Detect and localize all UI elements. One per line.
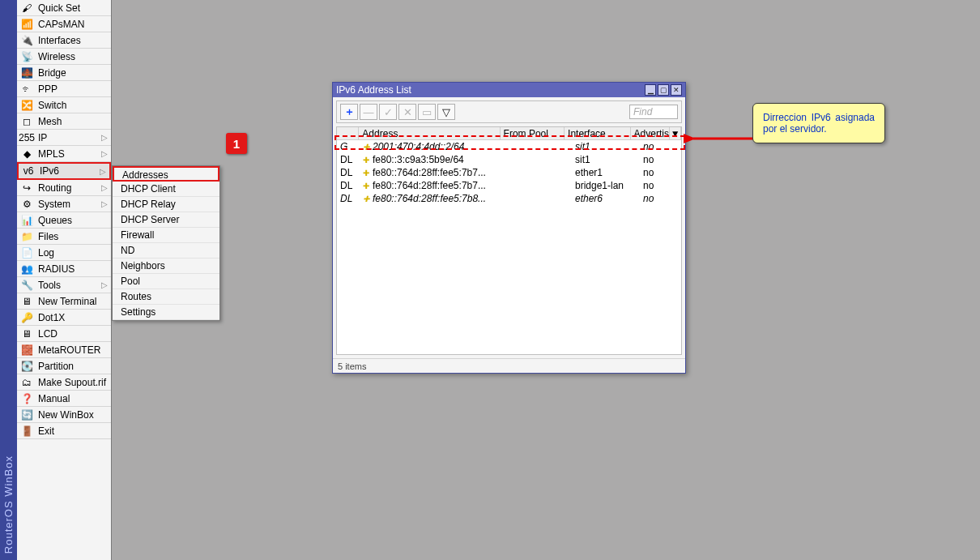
cell-address: fe80::764d:28ff:fee5:7b7... [360, 166, 505, 179]
sidebar: 🖌Quick Set📶CAPsMAN🔌Interfaces📡Wireless🌉B… [17, 0, 112, 560]
sidebar-label: Mesh [38, 116, 62, 127]
submenu-item-dhcp-relay[interactable]: DHCP Relay [113, 197, 219, 212]
sidebar-item-make-supout.rif[interactable]: 🗂Make Supout.rif [17, 374, 111, 391]
sidebar-label: Make Supout.rif [38, 377, 106, 388]
window-title: IPv6 Address List [336, 84, 411, 96]
sidebar-item-ipv6[interactable]: v6IPv6▷ [17, 162, 111, 180]
table-row[interactable]: DLfe80::764d:28ff:fee5:7b7...bridge1-lan… [337, 179, 681, 192]
sidebar-item-interfaces[interactable]: 🔌Interfaces [17, 32, 111, 49]
grid-header[interactable]: Address From Pool Interface Advertise ▼ [337, 127, 681, 140]
enable-button[interactable]: ✓ [379, 104, 397, 120]
sidebar-icon: 📡 [20, 50, 33, 63]
sidebar-item-mesh[interactable]: ◻Mesh [17, 113, 111, 130]
sidebar-icon: ↪ [20, 182, 33, 195]
comment-button[interactable]: ▭ [418, 104, 436, 120]
sidebar-item-radius[interactable]: 👥RADIUS [17, 261, 111, 277]
col-advertise[interactable]: Advertise [631, 127, 671, 140]
sidebar-item-queues[interactable]: 📊Queues [17, 212, 111, 229]
cell-address: fe80::3:c9a3:5b9e/64 [360, 153, 505, 166]
table-row[interactable]: DLfe80::764d:28ff:fee5:7b7...ether1no [337, 166, 681, 179]
maximize-button[interactable]: ▢ [658, 84, 669, 96]
sidebar-item-routing[interactable]: ↪Routing▷ [17, 180, 111, 196]
cell-interface: bridge1-lan [572, 179, 640, 192]
chevron-right-icon: ▷ [101, 133, 108, 142]
sidebar-icon: 📊 [20, 214, 33, 227]
sidebar-item-partition[interactable]: 💽Partition [17, 358, 111, 374]
sidebar-item-manual[interactable]: ❓Manual [17, 391, 111, 407]
sidebar-label: Exit [38, 425, 54, 437]
sidebar-item-quick-set[interactable]: 🖌Quick Set [17, 0, 111, 16]
sidebar-item-files[interactable]: 📁Files [17, 229, 111, 245]
annotation-badge-1: 1 [226, 133, 247, 154]
add-button[interactable]: ＋ [340, 104, 358, 120]
submenu-item-nd[interactable]: ND [113, 243, 219, 259]
table-row[interactable]: DLfe80::764d:28ff:fee5:7b8...ether6no [337, 192, 681, 205]
sidebar-label: Manual [38, 393, 70, 404]
window-titlebar[interactable]: IPv6 Address List ▁ ▢ ✕ [333, 83, 685, 97]
col-from-pool[interactable]: From Pool [501, 127, 565, 140]
sidebar-label: MetaROUTER [38, 344, 100, 356]
submenu-item-neighbors[interactable]: Neighbors [113, 259, 219, 274]
sidebar-label: Routing [38, 182, 71, 194]
sidebar-item-switch[interactable]: 🔀Switch [17, 97, 111, 113]
submenu-item-pool[interactable]: Pool [113, 274, 219, 289]
close-button[interactable]: ✕ [671, 84, 682, 96]
sidebar-item-ppp[interactable]: ᯤPPP [17, 81, 111, 97]
cell-advertise: no [640, 140, 680, 153]
sidebar-icon: ◆ [20, 147, 33, 160]
chevron-right-icon: ▷ [101, 183, 108, 192]
cell-pool [505, 179, 572, 192]
col-filter-icon[interactable]: ▼ [670, 127, 681, 140]
sidebar-icon: 🚪 [20, 425, 33, 438]
chevron-right-icon: ▷ [100, 167, 106, 176]
sidebar-item-bridge[interactable]: 🌉Bridge [17, 65, 111, 81]
sidebar-icon: 🔌 [20, 34, 33, 47]
col-address[interactable]: Address [359, 127, 500, 140]
minimize-button[interactable]: ▁ [645, 84, 656, 96]
sidebar-item-dot1x[interactable]: 🔑Dot1X [17, 310, 111, 326]
submenu-item-addresses[interactable]: Addresses [113, 166, 219, 182]
submenu-item-dhcp-server[interactable]: DHCP Server [113, 212, 219, 228]
sidebar-icon: 🌉 [20, 66, 33, 79]
sidebar-item-exit[interactable]: 🚪Exit [17, 423, 111, 439]
filter-button[interactable]: ▽ [437, 104, 455, 120]
sidebar-item-capsman[interactable]: 📶CAPsMAN [17, 16, 111, 32]
submenu-item-dhcp-client[interactable]: DHCP Client [113, 182, 219, 197]
sidebar-item-ip[interactable]: 255IP▷ [17, 130, 111, 146]
sidebar-label: New Terminal [38, 296, 96, 307]
cell-flag: DL [337, 166, 360, 179]
col-interface[interactable]: Interface [565, 127, 630, 140]
cell-advertise: no [640, 166, 680, 179]
submenu-item-firewall[interactable]: Firewall [113, 228, 219, 243]
submenu-item-routes[interactable]: Routes [113, 289, 219, 305]
sidebar-item-system[interactable]: ⚙System▷ [17, 196, 111, 212]
sidebar-label: Interfaces [38, 35, 81, 46]
table-row[interactable]: G2001:470:4:4dd::2/64sit1no [337, 140, 681, 153]
sidebar-item-new-winbox[interactable]: 🔄New WinBox [17, 407, 111, 423]
sidebar-icon: 🖥 [20, 295, 33, 308]
sidebar-icon: 🔑 [20, 311, 33, 324]
sidebar-item-tools[interactable]: 🔧Tools▷ [17, 277, 111, 293]
table-row[interactable]: DLfe80::3:c9a3:5b9e/64sit1no [337, 153, 681, 166]
sidebar-icon: v6 [22, 165, 35, 177]
cell-advertise: no [640, 153, 680, 166]
sidebar-item-metarouter[interactable]: 🧱MetaROUTER [17, 342, 111, 358]
sidebar-item-wireless[interactable]: 📡Wireless [17, 49, 111, 65]
sidebar-item-mpls[interactable]: ◆MPLS▷ [17, 146, 111, 162]
find-input[interactable]: Find [629, 105, 678, 119]
col-flag[interactable] [337, 127, 359, 140]
remove-button[interactable]: — [360, 104, 377, 120]
sidebar-item-new-terminal[interactable]: 🖥New Terminal [17, 293, 111, 310]
sidebar-item-log[interactable]: 📄Log [17, 245, 111, 261]
sidebar-item-lcd[interactable]: 🖥LCD [17, 326, 111, 342]
submenu-item-settings[interactable]: Settings [113, 305, 219, 320]
disable-button[interactable]: ✕ [398, 104, 416, 120]
cell-interface: sit1 [572, 140, 640, 153]
sidebar-icon: 🗂 [20, 376, 33, 389]
sidebar-icon: 📁 [20, 230, 33, 243]
brand-bar: RouterOS WinBox [0, 0, 17, 560]
sidebar-label: Partition [38, 361, 74, 372]
cell-address: fe80::764d:28ff:fee5:7b8... [360, 192, 505, 205]
sidebar-label: PPP [38, 83, 58, 95]
sidebar-icon: ⚙ [20, 198, 33, 211]
